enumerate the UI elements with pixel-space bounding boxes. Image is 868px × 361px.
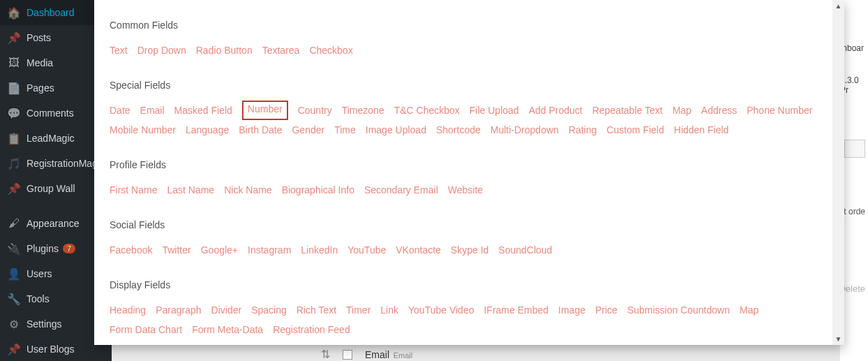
field-type-rich-text[interactable]: Rich Text [297,300,336,320]
field-type-paragraph[interactable]: Paragraph [156,300,201,320]
field-type-address[interactable]: Address [701,101,737,120]
row-checkbox[interactable] [343,350,352,360]
field-type-mobile-number[interactable]: Mobile Number [110,120,176,140]
field-type-image-upload[interactable]: Image Upload [366,120,426,140]
field-type-youtube[interactable]: YouTube [347,240,386,260]
sidebar-item-label: Comments [27,108,74,119]
field-type-checkbox[interactable]: Checkbox [309,40,352,60]
user-blogs-icon: 📌 [7,342,21,356]
field-type-registration-feed[interactable]: Registration Feed [273,320,350,339]
scroll-down-icon[interactable]: ▼ [832,333,844,345]
field-type-image[interactable]: Image [558,300,585,320]
field-type-multi-dropdown[interactable]: Multi-Dropdown [491,120,559,140]
field-type-gender[interactable]: Gender [292,120,324,140]
sidebar-item-label: Group Wall [27,183,75,194]
posts-icon: 📌 [7,31,21,45]
field-type-link[interactable]: Link [380,300,398,320]
field-link-group: FacebookTwitterGoogle+InstagramLinkedInY… [110,240,829,260]
field-type-repeatable-text[interactable]: Repeatable Text [592,101,663,120]
field-type-vkontacte[interactable]: VKontacte [396,240,441,260]
sidebar-item-label: Settings [27,318,62,330]
pages-icon: 📄 [7,81,21,95]
field-type-map[interactable]: Map [740,300,758,320]
field-picker-modal: Common FieldsTextDrop DownRadio ButtonTe… [94,0,844,345]
field-type-heading[interactable]: Heading [110,300,146,320]
scrollbar[interactable]: ▲ ▼ [832,0,844,345]
field-row-name[interactable]: Email [365,349,389,360]
field-type-date[interactable]: Date [110,101,130,120]
right-column-partial: hboar 1.3.0 Pr rt orde Edit Delete [840,0,868,361]
field-type-timezone[interactable]: Timezone [342,101,384,120]
field-type-iframe-embed[interactable]: IFrame Embed [484,300,548,320]
field-type-skype-id[interactable]: Skype Id [451,240,488,260]
field-type-website[interactable]: Website [448,180,483,200]
field-type-textarea[interactable]: Textarea [262,40,300,60]
field-type-soundcloud[interactable]: SoundCloud [498,240,552,260]
sidebar-item-label: Media [27,57,53,68]
field-type-first-name[interactable]: First Name [110,180,157,200]
field-type-submission-countdown[interactable]: Submission Countdown [627,300,730,320]
field-type-youtube-video[interactable]: YouTube Video [408,300,474,320]
leadmagic-icon: 📋 [7,131,21,145]
sidebar-item-label: RegistrationMagic [27,158,105,169]
sidebar-item-label: Pages [27,82,54,94]
field-type-map[interactable]: Map [673,101,691,120]
field-link-group: DateEmailMasked FieldNumberCountryTimezo… [110,101,829,140]
field-type-divider[interactable]: Divider [211,300,242,320]
field-type-instagram[interactable]: Instagram [248,240,291,260]
field-type-linkedin[interactable]: LinkedIn [301,240,338,260]
partial-button[interactable] [844,140,865,158]
field-type-file-upload[interactable]: File Upload [470,101,519,120]
field-type-form-meta-data[interactable]: Form Meta-Data [192,320,263,339]
field-link-group: First NameLast NameNick NameBiographical… [110,180,829,200]
field-type-spacing[interactable]: Spacing [251,300,287,320]
field-type-email[interactable]: Email [140,101,165,120]
dashboard-icon: 🏠 [7,6,21,20]
field-type-nick-name[interactable]: Nick Name [224,180,271,200]
field-type-biographical-info[interactable]: Biographical Info [282,180,354,200]
field-type-number[interactable]: Number [242,101,288,120]
update-count-badge: 7 [63,244,75,253]
field-link-group: TextDrop DownRadio ButtonTextareaCheckbo… [110,40,829,60]
drag-handle-icon[interactable]: ⇅ [321,348,330,361]
field-type-rating[interactable]: Rating [569,120,597,140]
field-type-google-[interactable]: Google+ [201,240,238,260]
field-type-drop-down[interactable]: Drop Down [137,40,186,60]
section-title: Social Fields [110,219,829,230]
field-type-twitter[interactable]: Twitter [162,240,190,260]
field-row: ⇅ Email Email [321,348,412,361]
field-type-form-data-chart[interactable]: Form Data Chart [110,320,182,339]
sidebar-item-label: Users [27,268,52,279]
comments-icon: 💬 [7,106,21,120]
plugins-icon: 🔌 [7,242,21,256]
field-type-t-c-checkbox[interactable]: T&C Checkbox [394,101,460,120]
appearance-icon: 🖌 [7,216,21,230]
field-type-add-product[interactable]: Add Product [529,101,583,120]
section-title: Common Fields [110,20,829,31]
field-type-timer[interactable]: Timer [346,300,371,320]
field-type-language[interactable]: Language [186,120,229,140]
field-type-last-name[interactable]: Last Name [167,180,214,200]
field-type-time[interactable]: Time [334,120,356,140]
field-type-masked-field[interactable]: Masked Field [174,101,232,120]
sidebar-item-label: Plugins [27,243,59,254]
field-type-country[interactable]: Country [298,101,332,120]
field-link-group: HeadingParagraphDividerSpacingRich TextT… [110,300,829,339]
sidebar-item-label: Tools [27,293,50,304]
field-type-facebook[interactable]: Facebook [110,240,152,260]
sidebar-item-label: Dashboard [27,7,75,18]
field-type-radio-button[interactable]: Radio Button [196,40,253,60]
field-type-hidden-field[interactable]: Hidden Field [674,120,729,140]
field-type-secondary-email[interactable]: Secondary Email [364,180,438,200]
section-title: Special Fields [110,80,829,91]
field-type-text[interactable]: Text [110,40,128,60]
media-icon: 🖼 [7,56,21,70]
sidebar-item-label: Posts [27,32,51,43]
field-type-birth-date[interactable]: Birth Date [239,120,282,140]
field-type-phone-number[interactable]: Phone Number [747,101,812,120]
scroll-up-icon[interactable]: ▲ [832,0,844,12]
field-type-custom-field[interactable]: Custom Field [606,120,664,140]
settings-icon: ⚙ [7,317,21,331]
field-type-price[interactable]: Price [595,300,618,320]
field-type-shortcode[interactable]: Shortcode [436,120,481,140]
